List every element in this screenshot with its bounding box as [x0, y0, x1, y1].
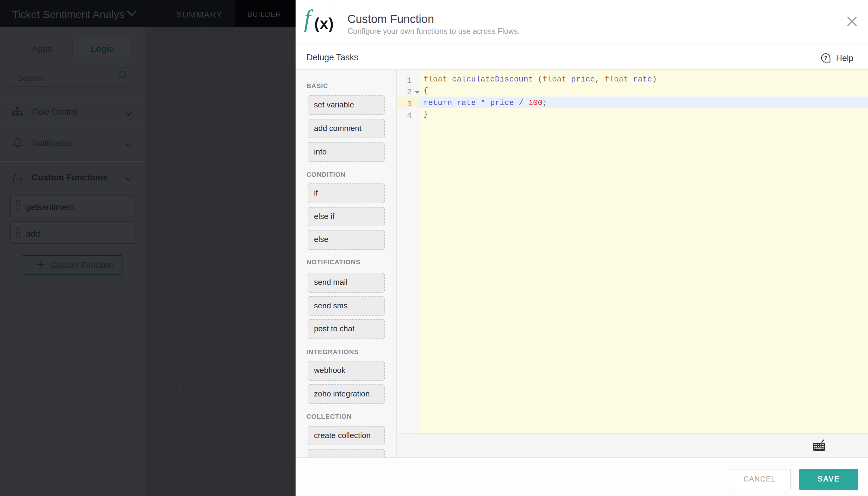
svg-text:?: ?	[824, 55, 827, 61]
